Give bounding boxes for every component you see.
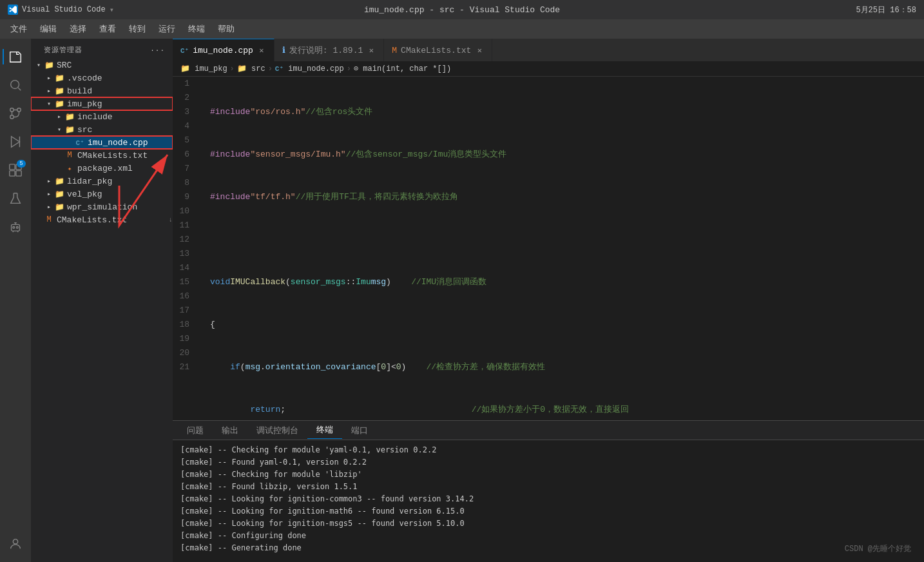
ln-16: 16 bbox=[173, 289, 197, 304]
tab-cmake[interactable]: M CMakeLists.txt ✕ bbox=[384, 39, 492, 61]
tree-item-imu-pkg[interactable]: ▾ 📁 imu_pkg bbox=[31, 97, 173, 110]
activity-robot[interactable] bbox=[3, 214, 28, 240]
ln-9: 9 bbox=[173, 190, 197, 204]
terminal-tab-problems[interactable]: 问题 bbox=[178, 422, 213, 439]
tree-item-src-sub[interactable]: ▾ 📁 src bbox=[31, 123, 173, 136]
folder-icon-include: 📁 bbox=[64, 111, 75, 122]
sidebar-more-icon[interactable]: ··· bbox=[150, 46, 165, 54]
tree-label-vel-pkg: vel_pkg bbox=[67, 189, 173, 199]
code-line-8: return; //如果协方差小于0，数据无效，直接返回 bbox=[210, 403, 924, 417]
activity-extensions[interactable]: 5 bbox=[3, 157, 28, 183]
tree-item-lidar-pkg[interactable]: ▸ 📁 lidar_pkg bbox=[31, 175, 173, 188]
folder-icon-vscode: 📁 bbox=[54, 73, 64, 83]
activity-source-control[interactable] bbox=[3, 101, 28, 126]
activity-bar: 5 bbox=[0, 39, 31, 562]
tree-item-build[interactable]: ▸ 📁 build bbox=[31, 84, 173, 97]
editor-area: C⁺ imu_node.cpp ✕ ℹ 发行说明: 1.89.1 ✕ M CMa… bbox=[173, 39, 924, 562]
code-line-6: { bbox=[210, 318, 924, 332]
menu-run[interactable]: 运行 bbox=[153, 21, 180, 37]
sidebar: 资源管理器 ··· ▾ 📁 SRC ▸ 📁 .vscode ▸ bbox=[31, 39, 173, 562]
tree-item-wpr-sim[interactable]: ▸ 📁 wpr_simulation bbox=[31, 200, 173, 213]
menu-select[interactable]: 选择 bbox=[64, 21, 91, 37]
breadcrumb-pkg: 📁 imu_pkg bbox=[180, 64, 227, 73]
app-name: Visual Studio Code bbox=[22, 5, 106, 14]
terminal-tab-output[interactable]: 输出 bbox=[213, 422, 247, 439]
ln-4: 4 bbox=[173, 119, 197, 133]
tree-item-vel-pkg[interactable]: ▸ 📁 vel_pkg bbox=[31, 188, 173, 200]
folder-icon-build: 📁 bbox=[54, 86, 64, 96]
tree-item-include[interactable]: ▸ 📁 include bbox=[31, 110, 173, 123]
ln-6: 6 bbox=[173, 148, 197, 162]
folder-icon-vel-pkg: 📁 bbox=[54, 189, 64, 199]
svg-marker-5 bbox=[12, 137, 20, 148]
folder-icon-wpr-sim: 📁 bbox=[54, 202, 64, 212]
terminal-line-9: [cmake] -- Generating done bbox=[180, 542, 916, 554]
ln-15: 15 bbox=[173, 275, 197, 289]
tree-label-imu-node-cpp: imu_node.cpp bbox=[88, 138, 173, 148]
terminal-tab-terminal[interactable]: 终端 bbox=[307, 422, 342, 439]
extensions-badge: 5 bbox=[17, 160, 26, 168]
tree-label-src-sub: src bbox=[77, 125, 173, 135]
ln-5: 5 bbox=[173, 133, 197, 148]
tree-item-imu-node-cpp[interactable]: ▸ C⁺ imu_node.cpp bbox=[31, 136, 173, 149]
tree-arrow-lidar-pkg: ▸ bbox=[44, 176, 54, 186]
tree-item-cmake-imu[interactable]: ▸ M CMakeLists.txt bbox=[31, 149, 173, 162]
ln-3: 3 bbox=[173, 105, 197, 119]
breadcrumb-src: 📁 src bbox=[237, 64, 265, 73]
menu-help[interactable]: 帮助 bbox=[213, 21, 240, 37]
folder-icon-lidar-pkg: 📁 bbox=[54, 176, 64, 186]
tree-arrow-include: ▸ bbox=[54, 111, 64, 122]
tab-imu-node-cpp[interactable]: C⁺ imu_node.cpp ✕ bbox=[173, 39, 274, 61]
breadcrumb-sep2: › bbox=[268, 64, 273, 73]
activity-search[interactable] bbox=[3, 72, 28, 98]
code-line-1: #include "ros/ros.h" //包含ros头文件 bbox=[210, 105, 924, 119]
tab-close-imu-node[interactable]: ✕ bbox=[257, 46, 266, 55]
menu-bar: 文件 编辑 选择 查看 转到 运行 终端 帮助 bbox=[0, 19, 924, 39]
menu-file[interactable]: 文件 bbox=[5, 21, 32, 37]
editor-body: 1 2 3 4 5 6 7 8 9 10 11 12 13 14 bbox=[173, 77, 924, 562]
breadcrumb-sep3: › bbox=[347, 64, 351, 73]
breadcrumb-func: ⊙ main(int, char *[]) bbox=[354, 64, 451, 73]
ln-11: 11 bbox=[173, 218, 197, 233]
tab-bar: C⁺ imu_node.cpp ✕ ℹ 发行说明: 1.89.1 ✕ M CMa… bbox=[173, 39, 924, 61]
activity-account[interactable] bbox=[3, 531, 28, 557]
file-icon-cmake-imu: M bbox=[64, 150, 75, 160]
code-line-7: if(msg.orientation_covariance[0]<0) //检查… bbox=[210, 360, 924, 374]
terminal-line-5: [cmake] -- Looking for ignition-common3 … bbox=[180, 493, 916, 505]
tree-label-cmake-imu: CMakeLists.txt bbox=[77, 151, 173, 160]
terminal-tabs: 问题 输出 调试控制台 终端 端口 bbox=[173, 421, 924, 440]
code-line-2: #include "sensor_msgs/Imu.h" //包含sensor_… bbox=[210, 148, 924, 162]
tree-arrow-wpr-sim: ▸ bbox=[44, 202, 54, 212]
tree-arrow-src-sub: ▾ bbox=[54, 124, 64, 135]
terminal-tab-debug[interactable]: 调试控制台 bbox=[247, 422, 307, 439]
tab-release-notes[interactable]: ℹ 发行说明: 1.89.1 ✕ bbox=[274, 39, 384, 61]
tree-label-include: include bbox=[77, 112, 173, 122]
ln-2: 2 bbox=[173, 91, 197, 105]
file-icon-cmake-root: M bbox=[44, 215, 54, 225]
tree-label-src: SRC bbox=[57, 61, 173, 70]
tree-item-vscode[interactable]: ▸ 📁 .vscode bbox=[31, 72, 173, 84]
title-bar: Visual Studio Code ▾ imu_node.cpp - src … bbox=[0, 0, 924, 19]
tree-item-package-xml[interactable]: ▸ ✦ package.xml bbox=[31, 162, 173, 175]
sidebar-header: 资源管理器 ··· bbox=[31, 39, 173, 59]
vscode-logo-icon bbox=[8, 5, 18, 15]
code-content[interactable]: #include "ros/ros.h" //包含ros头文件 #include… bbox=[205, 77, 924, 420]
ln-1: 1 bbox=[173, 77, 197, 91]
activity-explorer[interactable] bbox=[3, 44, 28, 70]
terminal-content[interactable]: [cmake] -- Checking for module 'yaml-0.1… bbox=[173, 440, 924, 562]
tab-close-release[interactable]: ✕ bbox=[367, 46, 376, 55]
tree-item-cmake-root[interactable]: ▸ M CMakeLists.txt ↓ bbox=[31, 213, 173, 226]
file-icon-imu-node-cpp: C⁺ bbox=[75, 137, 85, 148]
terminal-tab-ports[interactable]: 端口 bbox=[342, 422, 377, 439]
menu-terminal[interactable]: 终端 bbox=[183, 21, 210, 37]
activity-run[interactable] bbox=[3, 129, 28, 155]
terminal-line-1: [cmake] -- Checking for module 'yaml-0.1… bbox=[180, 444, 916, 456]
menu-edit[interactable]: 编辑 bbox=[35, 21, 62, 37]
tab-close-cmake[interactable]: ✕ bbox=[475, 46, 484, 55]
menu-goto[interactable]: 转到 bbox=[124, 21, 151, 37]
activity-flask[interactable] bbox=[3, 186, 28, 211]
tree-item-src[interactable]: ▾ 📁 SRC bbox=[31, 59, 173, 72]
menu-view[interactable]: 查看 bbox=[94, 21, 121, 37]
svg-rect-10 bbox=[16, 171, 21, 176]
tab-label-release: 发行说明: 1.89.1 bbox=[289, 44, 363, 56]
